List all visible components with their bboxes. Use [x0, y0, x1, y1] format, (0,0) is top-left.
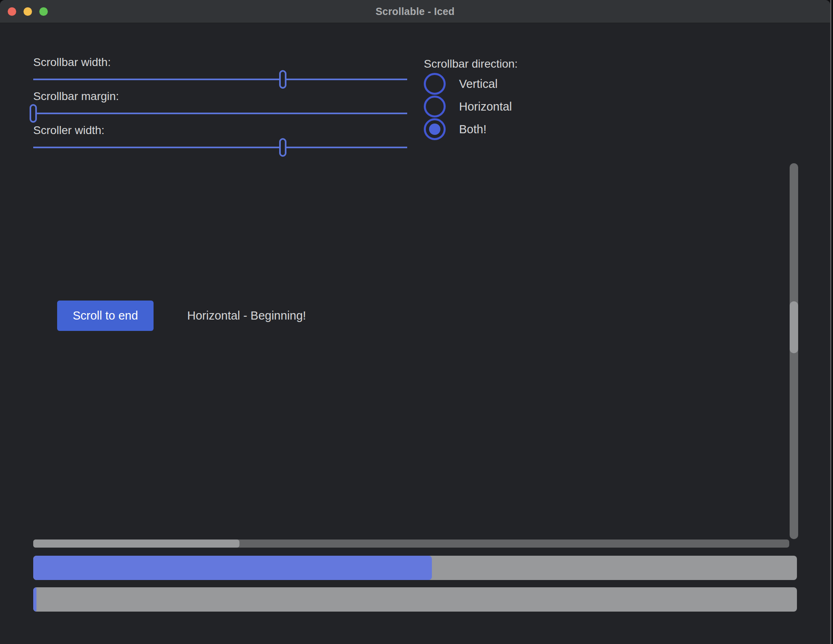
radio-option[interactable]: Vertical — [424, 73, 518, 95]
slider-label: Scrollbar margin: — [33, 89, 407, 104]
app-window: Scrollable - Iced Scrollbar width: Scrol… — [0, 0, 830, 644]
slider[interactable] — [33, 70, 407, 89]
scroll-status-text: Horizontal - Beginning! — [187, 301, 306, 331]
horizontal-scrollbar-thumb[interactable] — [33, 540, 239, 548]
vertical-scrollbar[interactable] — [790, 163, 798, 539]
radio-circle-icon[interactable] — [424, 118, 446, 140]
horizontal-progress-bar — [33, 556, 797, 580]
radio-options: Vertical Horizontal Both! — [424, 73, 518, 141]
titlebar: Scrollable - Iced — [0, 0, 830, 23]
slider-controls: Scrollbar width: Scrollbar margin: Scrol… — [33, 55, 407, 157]
minimize-button[interactable] — [23, 7, 32, 16]
vertical-scrollbar-thumb[interactable] — [790, 301, 798, 353]
vertical-progress-fill — [33, 587, 36, 612]
content-area: Scrollbar width: Scrollbar margin: Scrol… — [0, 23, 830, 644]
radio-group-label: Scrollbar direction: — [424, 57, 518, 71]
window-edge-line — [830, 0, 831, 644]
slider[interactable] — [33, 104, 407, 123]
slider-handle[interactable] — [279, 70, 286, 89]
slider-row: Scroller width: — [33, 123, 407, 157]
radio-option-label: Horizontal — [459, 100, 512, 113]
radio-option[interactable]: Both! — [424, 118, 518, 141]
scrollbar-direction-group: Scrollbar direction: Vertical Horizontal… — [424, 57, 518, 141]
slider[interactable] — [33, 138, 407, 157]
slider-handle[interactable] — [279, 138, 286, 157]
window-title: Scrollable - Iced — [0, 6, 830, 17]
slider-row: Scrollbar margin: — [33, 89, 407, 123]
traffic-lights — [8, 0, 48, 23]
maximize-button[interactable] — [39, 7, 48, 16]
radio-option-label: Vertical — [459, 77, 498, 91]
window-right-edge — [830, 0, 833, 644]
horizontal-progress-fill — [33, 556, 432, 580]
slider-label: Scrollbar width: — [33, 55, 407, 70]
close-button[interactable] — [8, 7, 16, 16]
slider-track[interactable] — [33, 79, 407, 80]
slider-track[interactable] — [33, 147, 407, 148]
radio-option[interactable]: Horizontal — [424, 95, 518, 118]
slider-row: Scrollbar width: — [33, 55, 407, 89]
radio-circle-icon[interactable] — [424, 73, 446, 95]
scroll-to-end-button[interactable]: Scroll to end — [57, 301, 154, 331]
vertical-progress-bar — [33, 587, 797, 612]
radio-circle-icon[interactable] — [424, 96, 446, 117]
slider-handle[interactable] — [30, 104, 37, 123]
horizontal-scrollbar[interactable] — [33, 540, 789, 548]
radio-option-label: Both! — [459, 123, 487, 136]
slider-label: Scroller width: — [33, 123, 407, 138]
slider-track[interactable] — [33, 113, 407, 114]
